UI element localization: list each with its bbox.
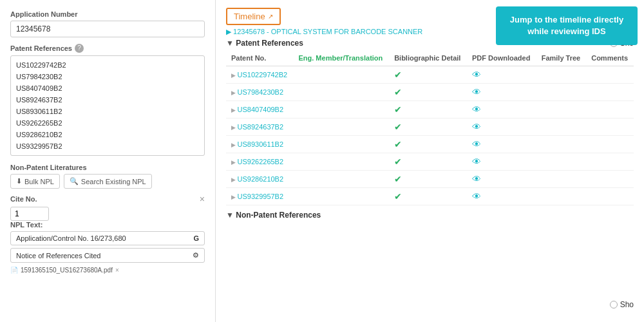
npl-text-value-1: Application/Control No. 16/273,680	[16, 234, 126, 242]
list-item: US8924637B2	[16, 94, 199, 106]
search-npl-button[interactable]: 🔍 Search Existing NPL	[64, 174, 152, 189]
google-icon[interactable]: G	[193, 234, 199, 242]
patent-no-cell[interactable]: US10229742B2	[231, 71, 287, 79]
npl-text-label: NPL Text:	[10, 221, 205, 229]
download-icon: ⬇	[16, 177, 22, 185]
non-patent-refs-section-header[interactable]: Non-Patent References	[226, 211, 634, 220]
check-icon: ✔	[394, 191, 402, 202]
cite-row: Cite No. ×	[10, 194, 205, 204]
file-settings-icon[interactable]: ⚙	[193, 251, 199, 260]
table-row: US9262265B2 ✔ 👁	[226, 153, 634, 171]
search-npl-label: Search Existing NPL	[81, 178, 146, 185]
help-icon[interactable]: ?	[75, 44, 84, 53]
patent-refs-label: Patent References	[10, 44, 72, 52]
eye-icon[interactable]: 👁	[472, 70, 481, 80]
list-item: US9329957B2	[16, 140, 199, 152]
patent-no-cell[interactable]: US7984230B2	[231, 88, 283, 96]
check-icon: ✔	[394, 174, 402, 184]
cite-close-icon[interactable]: ×	[200, 194, 205, 204]
table-row: US10229742B2 ✔ 👁	[226, 66, 634, 84]
show-radio-area-2: Sho	[610, 300, 634, 309]
eye-icon[interactable]: 👁	[472, 122, 481, 132]
patent-no-cell[interactable]: US8924637B2	[231, 123, 283, 131]
npl-text-line-1: Application/Control No. 16/273,680 G	[10, 231, 205, 245]
eye-icon[interactable]: 👁	[472, 87, 481, 97]
timeline-link[interactable]: Timeline ↗	[226, 8, 281, 25]
cite-no-input[interactable]	[10, 207, 49, 221]
list-item: US8930611B2	[16, 106, 199, 117]
col-patent-no: Patent No.	[226, 50, 293, 66]
patent-table: Patent No. Eng. Member/Translation Bibli…	[226, 50, 634, 205]
tooltip-box: Jump to the timeline directly while revi…	[496, 6, 638, 45]
app-number-label: Application Number	[10, 10, 205, 18]
patent-no-cell[interactable]: US8930611B2	[231, 140, 283, 148]
external-link-icon: ↗	[268, 13, 273, 20]
remove-file-icon[interactable]: ×	[115, 267, 119, 274]
npl-text-line-2: Notice of References Cited ⚙	[10, 248, 205, 263]
eye-icon[interactable]: 👁	[472, 191, 481, 202]
patent-no-cell[interactable]: US9262265B2	[231, 158, 283, 166]
patent-table-wrapper: Patent No. Eng. Member/Translation Bibli…	[216, 50, 644, 205]
check-icon: ✔	[394, 139, 402, 149]
eye-icon[interactable]: 👁	[472, 174, 481, 184]
check-icon: ✔	[394, 156, 402, 167]
cite-no-label: Cite No.	[10, 195, 37, 203]
file-name: 1591365150_US16273680A.pdf	[21, 267, 113, 274]
col-pdf-downloaded: PDF Downloaded	[467, 50, 536, 66]
eye-icon[interactable]: 👁	[472, 156, 481, 167]
table-row: US8924637B2 ✔ 👁	[226, 118, 634, 136]
col-bib-detail: Bibliographic Detail	[389, 50, 467, 66]
patent-no-cell[interactable]: US9329957B2	[231, 193, 283, 200]
list-item: US8407409B2	[16, 82, 199, 94]
eye-icon[interactable]: 👁	[472, 139, 481, 149]
list-item: US9286210B2	[16, 129, 199, 140]
table-row: US9286210B2 ✔ 👁	[226, 171, 634, 188]
npl-text-value-2: Notice of References Cited	[16, 252, 100, 260]
list-item: US7984230B2	[16, 71, 199, 82]
list-item: US10229742B2	[16, 59, 199, 71]
patent-no-cell[interactable]: US9286210B2	[231, 175, 283, 183]
bulk-npl-button[interactable]: ⬇ Bulk NPL	[10, 174, 60, 189]
patent-list-box: US10229742B2 US7984230B2 US8407409B2 US8…	[10, 55, 205, 156]
timeline-label: Timeline	[234, 12, 265, 21]
list-item: US9262265B2	[16, 117, 199, 129]
npl-section: Non-Patent Literatures ⬇ Bulk NPL 🔍 Sear…	[10, 164, 205, 274]
left-panel: Application Number Patent References ? U…	[0, 0, 216, 322]
bulk-npl-label: Bulk NPL	[24, 178, 54, 185]
table-row: US9329957B2 ✔ 👁	[226, 188, 634, 205]
table-row: US8930611B2 ✔ 👁	[226, 136, 634, 153]
show-label-2: Sho	[620, 300, 634, 309]
check-icon: ✔	[394, 70, 402, 80]
table-row: US7984230B2 ✔ 👁	[226, 84, 634, 101]
check-icon: ✔	[394, 104, 402, 115]
show-radio-2[interactable]	[610, 301, 618, 308]
col-family-tree: Family Tree	[536, 50, 587, 66]
col-comments: Comments	[586, 50, 634, 66]
patent-no-cell[interactable]: US8407409B2	[231, 106, 283, 113]
check-icon: ✔	[394, 87, 402, 97]
table-row: US8407409B2 ✔ 👁	[226, 101, 634, 118]
col-eng-member: Eng. Member/Translation	[293, 50, 389, 66]
check-icon: ✔	[394, 122, 402, 132]
patent-refs-header: Patent References ?	[10, 44, 205, 53]
file-icon-small: 📄	[10, 267, 18, 274]
npl-label: Non-Patent Literatures	[10, 164, 205, 171]
search-icon: 🔍	[70, 177, 79, 185]
app-number-input[interactable]	[10, 21, 205, 37]
eye-icon[interactable]: 👁	[472, 104, 481, 115]
right-panel: Jump to the timeline directly while revi…	[216, 0, 644, 322]
npl-buttons: ⬇ Bulk NPL 🔍 Search Existing NPL	[10, 174, 205, 189]
file-footer: 📄 1591365150_US16273680A.pdf ×	[10, 267, 205, 274]
